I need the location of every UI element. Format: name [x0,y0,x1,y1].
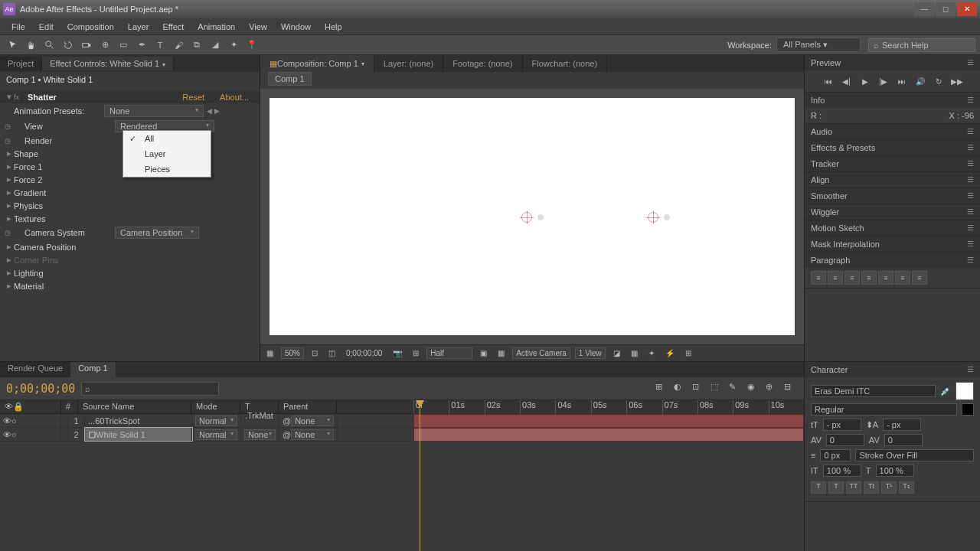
panel-smoother[interactable]: Smoother [811,191,848,201]
panel-menu-icon[interactable]: ☰ [967,256,974,265]
panel-tracker[interactable]: Tracker [811,159,839,168]
mode-select[interactable]: Normal [195,429,237,440]
panel-menu-icon[interactable]: ☰ [967,159,974,168]
panel-character[interactable]: Character [811,365,848,374]
shape-tool[interactable]: ▭ [115,37,132,53]
group-toggle[interactable]: ▸ [5,161,14,171]
snapshot-icon[interactable]: 📷 [390,348,405,358]
timeline-layer-row[interactable]: 👁 ○ 1 ...60TrickSpot Normal @None [0,414,413,428]
resolution-select[interactable]: Half [426,347,472,359]
faux-bold[interactable]: T [811,481,826,494]
panel-audio[interactable]: Audio [811,127,832,136]
anchor-marker-1[interactable] [537,214,544,220]
eraser-tool[interactable]: ◢ [207,37,224,53]
playhead[interactable] [420,400,420,551]
hand-tool[interactable] [23,37,40,53]
justify-button[interactable]: ≡ [912,271,927,285]
stopwatch-icon[interactable]: ◷ [5,229,15,236]
panel-info[interactable]: Info [811,96,825,105]
tl-icon[interactable]: ◉ [747,382,761,396]
tl-icon[interactable]: ⊡ [692,382,706,396]
panel-menu-icon[interactable]: ☰ [967,223,974,233]
group-toggle[interactable]: ▸ [5,281,14,291]
camera-tool[interactable] [78,37,95,53]
group-toggle[interactable]: ▸ [5,242,14,252]
menu-window[interactable]: Window [274,20,318,34]
menu-layer[interactable]: Layer [121,20,156,34]
align-right-button[interactable]: ≡ [844,271,860,285]
layer-bar-2[interactable] [413,428,804,442]
tl-icon[interactable]: ⊟ [784,382,798,396]
viewport[interactable] [260,89,804,344]
composition-canvas[interactable] [270,98,795,335]
stroke-color[interactable] [962,403,974,416]
type-tool[interactable]: T [152,37,168,53]
tab-render-queue[interactable]: Render Queue [0,362,70,377]
fx-icon[interactable]: fx [14,93,24,101]
audio-button[interactable]: 🔊 [913,75,928,87]
col-trkmat[interactable]: T .TrkMat [240,400,279,413]
timeline-track-area[interactable]: 0f01s 02s03s 04s05s 06s07s 08s09s 10s [413,400,804,551]
footer-icon[interactable]: ▦ [628,348,641,358]
roto-tool[interactable]: ✦ [225,37,242,53]
stroke-style-select[interactable]: Stroke Over Fill [855,449,974,461]
panel-menu-icon[interactable]: ☰ [967,127,974,136]
tracking[interactable]: 0 [884,434,923,446]
group-toggle[interactable]: ▸ [5,187,14,197]
tab-flowchart[interactable]: Flowchart: (none) [523,55,608,72]
loop-button[interactable]: ↻ [931,75,946,87]
footer-icon[interactable]: ◪ [610,348,623,358]
panel-menu-icon[interactable]: ☰ [967,58,974,67]
superscript[interactable]: T¹ [881,481,897,494]
col-mode[interactable]: Mode [191,400,240,413]
menu-file[interactable]: File [5,20,32,34]
layer-bar-1[interactable] [413,414,804,428]
about-link[interactable]: About... [220,93,249,102]
tab-footage[interactable]: Footage: (none) [443,55,522,72]
ram-preview-button[interactable]: ▶▶ [949,75,965,87]
group-toggle[interactable]: ▸ [5,214,14,223]
pen-tool[interactable]: ✒ [133,37,150,53]
preset-nav[interactable]: ◀ ▶ [207,107,220,115]
stroke-width[interactable]: 0 px [820,449,851,461]
render-option-all[interactable]: All [123,131,211,146]
clone-tool[interactable]: ⧉ [188,37,205,53]
render-option-layer[interactable]: Layer [123,146,211,161]
menu-animation[interactable]: Animation [191,20,242,34]
justify-button[interactable]: ≡ [861,271,877,285]
hscale[interactable]: 100 % [876,465,914,477]
tab-project[interactable]: Project [0,57,42,70]
force-marker-1[interactable] [521,212,532,223]
font-style-select[interactable]: Regular [811,403,957,416]
effect-toggle[interactable]: ▾ [5,92,14,102]
group-physics[interactable]: Physics [14,201,113,210]
timeline-search[interactable]: ⌕ [81,382,219,396]
transparency-icon[interactable]: ▦ [495,348,508,358]
menu-help[interactable]: Help [318,20,349,34]
font-select[interactable]: Eras Demi ITC [811,385,936,397]
panel-paragraph[interactable]: Paragraph [811,256,850,265]
panel-menu-icon[interactable]: ☰ [967,240,974,249]
tab-comp1[interactable]: Comp 1 [70,362,116,377]
prev-frame-button[interactable]: ◀| [839,75,854,87]
force-marker-2[interactable] [648,212,658,223]
menu-effect[interactable]: Effect [155,20,191,34]
next-frame-button[interactable]: |▶ [876,75,891,87]
close-button[interactable]: ✕ [957,2,977,16]
group-toggle[interactable]: ▸ [5,148,14,158]
group-toggle[interactable]: ▸ [5,201,14,210]
effect-name[interactable]: Shatter [24,93,57,102]
panel-menu-icon[interactable]: ☰ [967,191,974,201]
fill-color[interactable] [956,382,974,400]
parent-select[interactable]: None [291,429,334,440]
font-size[interactable]: - px [823,419,861,431]
group-textures[interactable]: Textures [14,214,113,223]
reset-link[interactable]: Reset [182,93,204,102]
solo-toggle[interactable]: ○ [11,430,17,439]
pickwhip-icon[interactable]: @ [283,416,291,425]
tl-icon[interactable]: ◐ [674,382,688,396]
menu-composition[interactable]: Composition [60,20,121,34]
visibility-toggle[interactable]: 👁 [3,430,11,439]
maximize-button[interactable]: ◻ [936,2,956,16]
stopwatch-icon[interactable]: ◷ [5,122,15,130]
